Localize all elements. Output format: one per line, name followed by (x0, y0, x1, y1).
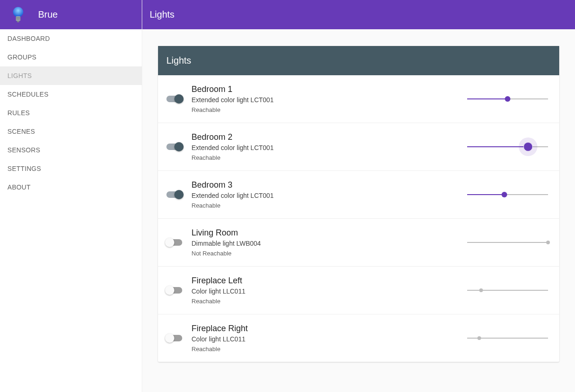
slider-thumb[interactable] (477, 336, 481, 340)
power-toggle[interactable] (166, 144, 182, 150)
content: Lights Bedroom 1Extended color light LCT… (142, 29, 575, 379)
light-type: Color light LLC011 (192, 287, 458, 295)
bulb-icon (12, 7, 24, 23)
sidebar-item-label: SCENES (7, 128, 35, 135)
brightness-slider[interactable] (467, 91, 548, 106)
light-status: Not Reachable (192, 250, 458, 257)
light-name: Bedroom 3 (192, 180, 458, 190)
light-type: Extended color light LCT001 (192, 144, 458, 151)
slider-thumb[interactable] (502, 192, 507, 197)
sidebar-item-scenes[interactable]: SCENES (0, 122, 142, 141)
light-row: Bedroom 3Extended color light LCT001Reac… (158, 171, 559, 219)
light-name: Bedroom 1 (192, 85, 458, 94)
light-info: Living RoomDimmable light LWB004Not Reac… (192, 228, 458, 257)
brightness-slider[interactable] (467, 187, 548, 202)
slider-thumb[interactable] (505, 96, 510, 102)
sidebar: Brue DASHBOARDGROUPSLIGHTSSCHEDULESRULES… (0, 0, 142, 392)
svg-rect-3 (16, 19, 20, 20)
light-status: Reachable (192, 154, 458, 161)
sidebar-item-label: SENSORS (7, 146, 40, 154)
sidebar-item-label: LIGHTS (7, 72, 32, 79)
lights-card: Lights Bedroom 1Extended color light LCT… (158, 46, 559, 362)
light-type: Extended color light LCT001 (192, 96, 458, 104)
sidebar-header: Brue (0, 0, 142, 29)
sidebar-item-label: SETTINGS (7, 165, 41, 172)
power-toggle[interactable] (166, 96, 182, 102)
light-info: Fireplace RightColor light LLC011Reachab… (192, 324, 458, 353)
light-type: Extended color light LCT001 (192, 192, 458, 199)
brightness-slider[interactable] (467, 283, 548, 298)
light-status: Reachable (192, 202, 458, 209)
light-status: Reachable (192, 106, 458, 113)
sidebar-item-label: DASHBOARD (7, 35, 50, 42)
sidebar-nav: DASHBOARDGROUPSLIGHTSSCHEDULESRULESSCENE… (0, 29, 142, 196)
light-row: Bedroom 2Extended color light LCT001Reac… (158, 123, 559, 171)
light-info: Fireplace LeftColor light LLC011Reachabl… (192, 276, 458, 305)
light-row: Living RoomDimmable light LWB004Not Reac… (158, 219, 559, 267)
svg-rect-2 (16, 17, 20, 18)
sidebar-item-label: SCHEDULES (7, 91, 48, 98)
light-name: Living Room (192, 228, 458, 238)
slider-thumb[interactable] (479, 288, 483, 292)
sidebar-item-label: ABOUT (7, 183, 31, 191)
light-info: Bedroom 2Extended color light LCT001Reac… (192, 132, 458, 161)
light-type: Dimmable light LWB004 (192, 240, 458, 247)
light-info: Bedroom 1Extended color light LCT001Reac… (192, 85, 458, 113)
light-status: Reachable (192, 298, 458, 305)
slider-thumb[interactable] (523, 142, 533, 151)
power-toggle[interactable] (166, 335, 182, 341)
light-type: Color light LLC011 (192, 335, 458, 343)
sidebar-item-settings[interactable]: SETTINGS (0, 159, 142, 178)
brightness-slider[interactable] (467, 139, 548, 154)
light-name: Fireplace Right (192, 324, 458, 333)
light-status: Reachable (192, 346, 458, 353)
page-title: Lights (150, 9, 174, 20)
app-title: Brue (38, 9, 58, 20)
power-toggle[interactable] (166, 191, 182, 198)
light-row: Bedroom 1Extended color light LCT001Reac… (158, 75, 559, 123)
svg-rect-4 (17, 21, 20, 22)
lights-list: Bedroom 1Extended color light LCT001Reac… (158, 75, 559, 362)
brightness-slider[interactable] (467, 331, 548, 346)
svg-point-0 (13, 7, 23, 17)
power-toggle[interactable] (166, 239, 182, 246)
light-info: Bedroom 3Extended color light LCT001Reac… (192, 180, 458, 209)
light-row: Fireplace RightColor light LLC011Reachab… (158, 314, 559, 362)
sidebar-item-label: GROUPS (7, 53, 36, 61)
light-name: Bedroom 2 (192, 132, 458, 142)
sidebar-item-groups[interactable]: GROUPS (0, 48, 142, 66)
slider-thumb[interactable] (546, 241, 550, 244)
power-toggle[interactable] (166, 287, 182, 294)
sidebar-item-label: RULES (7, 109, 30, 117)
main: Lights Lights Bedroom 1Extended color li… (142, 0, 575, 392)
sidebar-item-about[interactable]: ABOUT (0, 178, 142, 196)
sidebar-item-rules[interactable]: RULES (0, 104, 142, 122)
sidebar-item-sensors[interactable]: SENSORS (0, 141, 142, 159)
sidebar-item-dashboard[interactable]: DASHBOARD (0, 29, 142, 48)
main-header: Lights (142, 0, 575, 29)
light-row: Fireplace LeftColor light LLC011Reachabl… (158, 267, 559, 314)
brightness-slider[interactable] (467, 235, 548, 250)
sidebar-item-schedules[interactable]: SCHEDULES (0, 85, 142, 104)
card-header: Lights (158, 46, 559, 75)
light-name: Fireplace Left (192, 276, 458, 286)
sidebar-item-lights[interactable]: LIGHTS (0, 66, 142, 85)
